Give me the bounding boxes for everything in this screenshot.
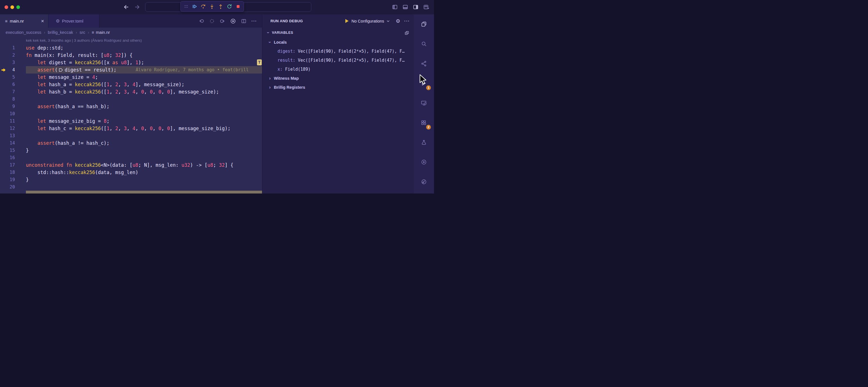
panel-more-actions-icon[interactable]: ··· [404,18,410,24]
activitybar-testing[interactable] [414,133,434,152]
line-content[interactable]: unconstrained fn keccak256<N>(data: [u8;… [15,161,262,169]
line-number[interactable]: 7 [0,88,15,95]
line-content[interactable]: assert(hash_a == hash_b); [15,103,262,110]
variable-row[interactable]: digest: Vec([Field(90), Field(2⁴×5), Fie… [262,47,414,56]
code-line[interactable]: 14 assert(hash_a != hash_c); [0,140,262,147]
step-over-button[interactable] [200,4,206,9]
editor-more-actions-icon[interactable]: ··· [251,18,257,24]
variables-scope-locals[interactable]: ›Locals [262,38,414,47]
variables-scope-witness-map[interactable]: ›Witness Map [262,74,414,83]
code-line[interactable]: 11 let message_size_big = 8; [0,117,262,125]
variable-row[interactable]: x: Field(189) [262,65,414,74]
tab-main-nr[interactable]: ≡ main.nr ✕ [0,14,49,28]
code-line[interactable]: 20 [0,183,262,191]
line-content[interactable]: let hash_a = keccak256([1, 2, 3, 4], mes… [15,81,262,88]
code-line[interactable]: 6 let hash_a = keccak256([1, 2, 3, 4], m… [0,81,262,88]
nav-forward-button[interactable] [134,4,140,10]
toggle-panel-button[interactable] [402,4,408,10]
toggle-secondary-sidebar-button[interactable] [413,4,418,10]
line-number[interactable]: 10 [0,110,15,117]
line-content[interactable] [15,132,262,140]
breadcrumb-item[interactable]: src [80,30,85,35]
breadcrumb-item-file[interactable]: ≡ main.nr [92,30,110,35]
start-debugging-button[interactable] [345,19,349,23]
line-content[interactable] [15,183,262,191]
line-content[interactable]: let message_size = 4; [15,73,262,81]
line-number[interactable]: 1 [0,44,15,52]
step-into-button[interactable] [209,4,215,9]
nav-back-button[interactable] [123,4,129,10]
restart-button[interactable] [226,4,232,9]
code-line[interactable]: 18 std::hash::keccak256(data, msg_len) [0,169,262,176]
stop-button[interactable] [235,4,241,9]
activitybar-remote-explorer[interactable] [414,93,434,113]
variables-section-header[interactable]: › VARIABLES [262,28,414,38]
variables-scope-brillig-registers[interactable]: ›Brillig Registers [262,83,414,92]
editor-nav-back-icon[interactable] [199,18,204,24]
line-number[interactable]: 18 [0,169,15,176]
line-number[interactable]: 2 [0,52,15,59]
code-line[interactable]: 8 [0,95,262,103]
line-number[interactable]: 16 [0,154,15,161]
debug-config-dropdown[interactable]: No Configurations [351,19,384,23]
line-content[interactable] [15,154,262,161]
activitybar-explorer[interactable] [414,14,434,34]
activitybar-search[interactable] [414,34,434,54]
customize-layout-button[interactable] [423,4,430,10]
activitybar-history[interactable] [414,172,434,192]
line-number[interactable]: 11 [0,117,15,125]
line-number[interactable]: 9 [0,103,15,110]
drag-handle-icon[interactable] [184,4,189,9]
line-number[interactable]: 6 [0,81,15,88]
line-number[interactable]: 14 [0,140,15,147]
code-line[interactable]: 12 let hash_c = keccak256([1, 2, 3, 4, 0… [0,125,262,132]
code-line[interactable]: 16 [0,154,262,161]
line-content[interactable]: let digest = keccak256([x as u8], 1); [15,59,262,66]
line-number[interactable]: 15 [0,147,15,154]
line-number[interactable]: 17 [0,161,15,169]
line-content[interactable]: let hash_b = keccak256([1, 2, 3, 4, 0, 0… [15,88,262,95]
activitybar-source-control[interactable] [414,54,434,73]
code-line[interactable]: 4 assert(digest == result);Álvaro Rodríg… [0,66,262,73]
line-content[interactable]: let hash_c = keccak256([1, 2, 3, 4, 0, 0… [15,125,262,132]
continue-button[interactable] [192,4,197,9]
line-content[interactable]: } [15,147,262,154]
minimize-window-button[interactable] [10,5,14,9]
code-line[interactable]: 5 let message_size = 4; [0,73,262,81]
line-content[interactable]: assert(hash_a != hash_c); [15,140,262,147]
editor-circle-icon[interactable] [209,18,215,24]
line-content[interactable] [15,110,262,117]
line-content[interactable]: } [15,176,262,183]
breadcrumb-item[interactable]: brillig_keccak [48,30,73,35]
code-editor[interactable]: kek kek kek, 3 months ago | 3 authors (Á… [0,37,262,194]
code-line[interactable]: 2fn main(x: Field, result: [u8; 32]) { [0,52,262,59]
run-file-button[interactable] [230,18,236,24]
line-number[interactable]: 12 [0,125,15,132]
line-content[interactable]: std::hash::keccak256(data, msg_len) [15,169,262,176]
line-content[interactable]: fn main(x: Field, result: [u8; 32]) { [15,52,262,59]
debug-settings-gear-icon[interactable]: ⚙ [396,19,400,24]
code-line[interactable]: 3 let digest = keccak256([x as u8], 1);T [0,59,262,66]
line-number[interactable]: 3 [0,59,15,66]
activitybar-extensions[interactable]: 2 [414,113,434,133]
codelens-blame[interactable]: kek kek kek, 3 months ago | 3 authors (Á… [26,37,262,44]
code-line[interactable]: 1use dep::std; [0,44,262,52]
line-number[interactable]: 8 [0,95,15,103]
chevron-down-icon[interactable] [386,19,390,23]
line-content[interactable]: let message_size_big = 8; [15,117,262,125]
line-number[interactable]: 20 [0,183,15,191]
activitybar-run-circle[interactable] [414,152,434,172]
line-number[interactable]: 19 [0,176,15,183]
split-editor-button[interactable] [241,18,247,24]
line-number[interactable]: 5 [0,73,15,81]
code-line[interactable]: 19} [0,176,262,183]
zoom-window-button[interactable] [16,5,20,9]
code-line[interactable]: 13 [0,132,262,140]
close-window-button[interactable] [4,5,8,9]
step-out-button[interactable] [218,4,223,9]
variable-row[interactable]: result: Vec([Field(90), Field(2⁴×5), Fie… [262,56,414,65]
code-line[interactable]: 17unconstrained fn keccak256<N>(data: [u… [0,161,262,169]
code-line[interactable]: 9 assert(hash_a == hash_b); [0,103,262,110]
breadcrumb-item[interactable]: execution_success [6,30,41,35]
line-content[interactable] [15,95,262,103]
